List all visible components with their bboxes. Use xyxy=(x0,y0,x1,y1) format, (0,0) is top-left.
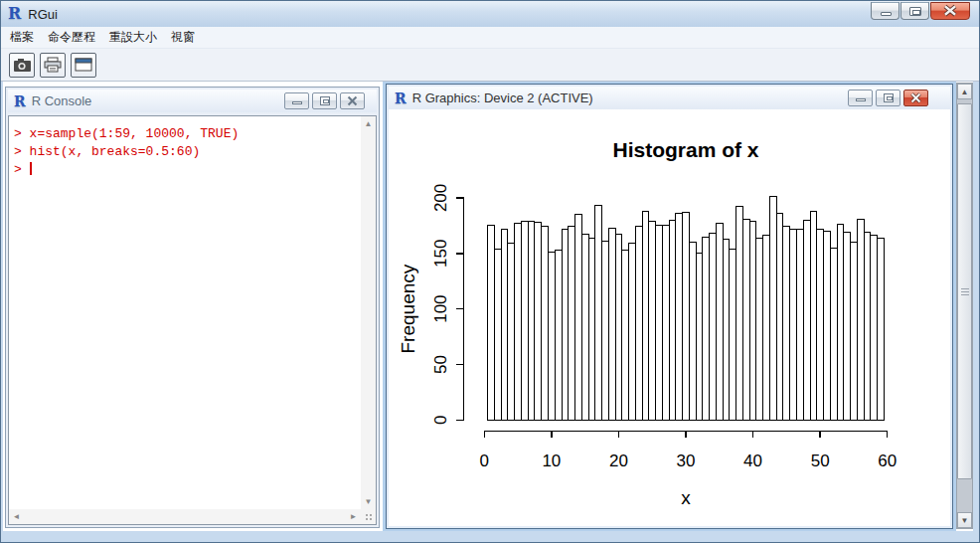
scrollbar-thumb[interactable] xyxy=(957,103,972,479)
svg-text:60: 60 xyxy=(878,452,897,470)
restore-icon xyxy=(884,93,894,102)
restore-icon xyxy=(320,96,330,105)
svg-text:20: 20 xyxy=(609,452,628,470)
close-icon xyxy=(341,93,364,108)
svg-text:100: 100 xyxy=(431,294,450,322)
mdi-vertical-scrollbar[interactable]: ▲ ▼ xyxy=(956,83,973,529)
mdi-area: R R Console > x=sample(1:59, 10000, TRUE… xyxy=(3,82,973,531)
windows-icon xyxy=(75,58,92,72)
graphics-window[interactable]: R R Graphics: Device 2 (ACTIVE) 01020304… xyxy=(386,84,953,529)
histogram-chart: 0102030405060050100150200Histogram of xx… xyxy=(389,109,948,525)
graphics-title-bar[interactable]: R R Graphics: Device 2 (ACTIVE) xyxy=(389,87,950,109)
console-horizontal-scrollbar[interactable]: ◄ ► xyxy=(9,509,361,524)
console-vertical-scrollbar[interactable]: ▲ ▼ xyxy=(361,116,376,509)
resize-grip[interactable] xyxy=(361,509,376,524)
minimize-icon xyxy=(856,98,866,101)
camera-button[interactable] xyxy=(9,53,35,78)
maximize-icon xyxy=(909,7,921,16)
console-close-button[interactable] xyxy=(340,92,365,109)
graphics-restore-button[interactable] xyxy=(876,90,900,106)
svg-text:30: 30 xyxy=(677,452,696,470)
close-button[interactable] xyxy=(930,2,970,20)
scroll-up-icon[interactable]: ▲ xyxy=(361,116,376,131)
print-button[interactable] xyxy=(40,53,66,78)
menu-history[interactable]: 命令歷程 xyxy=(41,27,102,48)
console-title-bar[interactable]: R R Console xyxy=(8,90,377,112)
svg-text:Histogram of x: Histogram of x xyxy=(612,138,758,161)
windows-button[interactable] xyxy=(71,53,96,78)
rgui-window: R RGui 檔案 命令歷程 重設大小 視窗 xyxy=(0,0,980,543)
console-minimize-button[interactable] xyxy=(284,92,309,109)
graphics-icon: R xyxy=(395,91,407,105)
minimize-button[interactable] xyxy=(871,2,899,20)
scroll-right-icon[interactable]: ► xyxy=(346,509,361,524)
svg-text:10: 10 xyxy=(542,452,561,470)
menu-resize[interactable]: 重設大小 xyxy=(102,27,164,48)
printer-icon xyxy=(44,57,62,73)
scroll-down-icon[interactable]: ▼ xyxy=(957,512,972,528)
svg-text:Frequency: Frequency xyxy=(398,264,418,353)
title-bar[interactable]: R RGui xyxy=(1,1,979,27)
console-restore-button[interactable] xyxy=(312,92,337,109)
window-bottom-frame xyxy=(1,531,979,542)
scroll-up-icon[interactable]: ▲ xyxy=(957,84,972,99)
graphics-minimize-button[interactable] xyxy=(848,90,873,106)
scroll-left-icon[interactable]: ◄ xyxy=(9,509,24,524)
maximize-button[interactable] xyxy=(900,2,929,20)
console-title: R Console xyxy=(32,93,92,108)
window-title: RGui xyxy=(28,7,58,22)
console-icon: R xyxy=(14,94,26,108)
camera-icon xyxy=(13,58,32,73)
console-text[interactable]: > x=sample(1:59, 10000, TRUE)> hist(x, b… xyxy=(9,116,361,509)
graphics-title: R Graphics: Device 2 (ACTIVE) xyxy=(412,90,593,105)
scroll-down-icon[interactable]: ▼ xyxy=(361,494,376,509)
console-window[interactable]: R R Console > x=sample(1:59, 10000, TRUE… xyxy=(5,87,380,528)
graphics-close-button[interactable] xyxy=(903,90,928,106)
svg-text:50: 50 xyxy=(431,355,450,374)
svg-text:200: 200 xyxy=(431,184,450,212)
minimize-icon xyxy=(881,12,892,16)
menu-file[interactable]: 檔案 xyxy=(3,27,41,48)
console-body[interactable]: > x=sample(1:59, 10000, TRUE)> hist(x, b… xyxy=(8,115,377,525)
svg-text:150: 150 xyxy=(431,240,450,268)
minimize-icon xyxy=(292,101,302,104)
svg-text:0: 0 xyxy=(480,452,489,470)
menu-window[interactable]: 視窗 xyxy=(164,27,202,48)
svg-text:x: x xyxy=(681,487,691,508)
close-icon xyxy=(904,90,927,105)
menu-bar: 檔案 命令歷程 重設大小 視窗 xyxy=(1,27,979,49)
svg-text:0: 0 xyxy=(431,416,450,425)
svg-text:40: 40 xyxy=(743,452,762,470)
app-icon: R xyxy=(8,6,21,22)
graphics-body: 0102030405060050100150200Histogram of xx… xyxy=(389,109,950,526)
toolbar xyxy=(1,49,979,82)
close-icon xyxy=(931,3,969,19)
svg-text:50: 50 xyxy=(811,452,830,470)
